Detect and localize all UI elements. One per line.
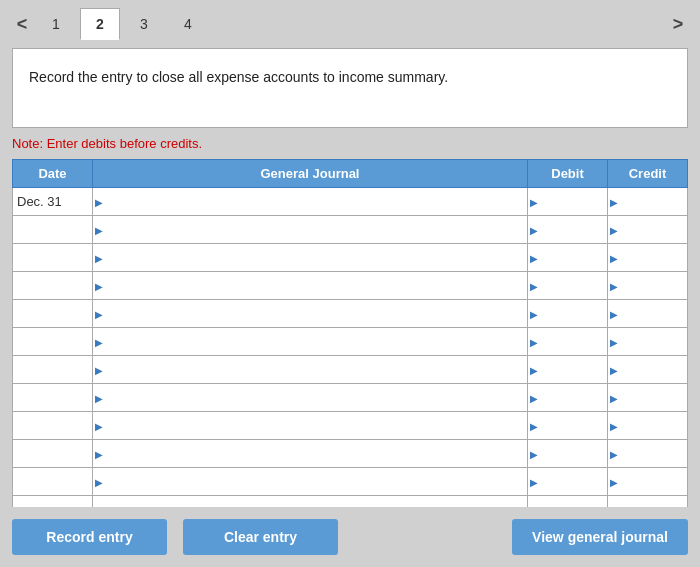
journal-cell-1[interactable] — [93, 188, 528, 216]
credit-cell[interactable] — [608, 384, 688, 412]
credit-input[interactable] — [612, 334, 683, 349]
debit-cell[interactable] — [528, 328, 608, 356]
table-row — [13, 328, 688, 356]
credit-input[interactable] — [612, 446, 683, 461]
journal-cell[interactable] — [93, 356, 528, 384]
table-row — [13, 412, 688, 440]
debit-input-1[interactable] — [532, 194, 603, 209]
debit-input[interactable] — [532, 474, 603, 489]
credit-cell[interactable] — [608, 272, 688, 300]
journal-cell[interactable] — [93, 272, 528, 300]
credit-cell[interactable] — [608, 412, 688, 440]
tab-2[interactable]: 2 — [80, 8, 120, 40]
date-cell — [13, 272, 93, 300]
table-row — [13, 468, 688, 496]
debit-cell[interactable] — [528, 468, 608, 496]
date-cell — [13, 356, 93, 384]
journal-cell[interactable] — [93, 328, 528, 356]
debit-cell[interactable] — [528, 356, 608, 384]
date-cell — [13, 328, 93, 356]
credit-input[interactable] — [612, 390, 683, 405]
table-row — [13, 440, 688, 468]
journal-input[interactable] — [97, 446, 523, 461]
journal-cell[interactable] — [93, 412, 528, 440]
credit-input[interactable] — [612, 418, 683, 433]
journal-input[interactable] — [97, 390, 523, 405]
debit-cell[interactable] — [528, 412, 608, 440]
debit-input[interactable] — [532, 446, 603, 461]
view-general-journal-button[interactable]: View general journal — [512, 519, 688, 555]
journal-input[interactable] — [97, 334, 523, 349]
journal-input[interactable] — [97, 306, 523, 321]
credit-cell[interactable] — [608, 468, 688, 496]
journal-cell[interactable] — [93, 244, 528, 272]
credit-cell[interactable] — [608, 300, 688, 328]
debit-input[interactable] — [532, 278, 603, 293]
tab-3[interactable]: 3 — [124, 8, 164, 40]
date-cell — [13, 244, 93, 272]
table-row — [13, 356, 688, 384]
credit-cell[interactable] — [608, 216, 688, 244]
debit-cell[interactable] — [528, 244, 608, 272]
date-cell — [13, 216, 93, 244]
debit-cell[interactable] — [528, 440, 608, 468]
date-cell — [13, 412, 93, 440]
credit-cell-1[interactable] — [608, 188, 688, 216]
instruction-box: Record the entry to close all expense ac… — [12, 48, 688, 128]
journal-input[interactable] — [97, 222, 523, 237]
table-row — [13, 300, 688, 328]
record-entry-button[interactable]: Record entry — [12, 519, 167, 555]
debit-input[interactable] — [532, 390, 603, 405]
date-cell — [13, 384, 93, 412]
date-cell — [13, 468, 93, 496]
instruction-text: Record the entry to close all expense ac… — [29, 69, 448, 85]
debit-input[interactable] — [532, 418, 603, 433]
journal-cell[interactable] — [93, 216, 528, 244]
debit-cell[interactable] — [528, 300, 608, 328]
credit-input[interactable] — [612, 250, 683, 265]
debit-cell-1[interactable] — [528, 188, 608, 216]
credit-cell[interactable] — [608, 356, 688, 384]
clear-entry-button[interactable]: Clear entry — [183, 519, 338, 555]
journal-cell[interactable] — [93, 440, 528, 468]
debit-input[interactable] — [532, 334, 603, 349]
tab-1[interactable]: 1 — [36, 8, 76, 40]
credit-cell[interactable] — [608, 328, 688, 356]
col-header-journal: General Journal — [93, 160, 528, 188]
debit-cell[interactable] — [528, 216, 608, 244]
debit-input[interactable] — [532, 306, 603, 321]
debit-input[interactable] — [532, 250, 603, 265]
debit-input[interactable] — [532, 362, 603, 377]
credit-input-1[interactable] — [612, 194, 683, 209]
debit-cell[interactable] — [528, 384, 608, 412]
journal-input-1[interactable] — [97, 194, 523, 209]
date-cell — [13, 300, 93, 328]
tab-navigation: < 1 2 3 4 > — [0, 0, 700, 48]
date-cell — [13, 440, 93, 468]
journal-input[interactable] — [97, 474, 523, 489]
tab-4[interactable]: 4 — [168, 8, 208, 40]
credit-cell[interactable] — [608, 244, 688, 272]
credit-input[interactable] — [612, 222, 683, 237]
prev-arrow[interactable]: < — [10, 9, 34, 39]
note-text: Note: Enter debits before credits. — [12, 136, 688, 151]
journal-input[interactable] — [97, 250, 523, 265]
credit-cell[interactable] — [608, 440, 688, 468]
journal-cell[interactable] — [93, 384, 528, 412]
credit-input[interactable] — [612, 362, 683, 377]
credit-input[interactable] — [612, 474, 683, 489]
next-arrow[interactable]: > — [666, 9, 690, 39]
journal-cell[interactable] — [93, 300, 528, 328]
debit-input[interactable] — [532, 222, 603, 237]
journal-input[interactable] — [97, 418, 523, 433]
table-row — [13, 244, 688, 272]
credit-input[interactable] — [612, 278, 683, 293]
journal-input[interactable] — [97, 278, 523, 293]
journal-input[interactable] — [97, 362, 523, 377]
debit-cell[interactable] — [528, 272, 608, 300]
main-content: Record the entry to close all expense ac… — [12, 48, 688, 524]
credit-input[interactable] — [612, 306, 683, 321]
table-row — [13, 384, 688, 412]
col-header-debit: Debit — [528, 160, 608, 188]
journal-cell[interactable] — [93, 468, 528, 496]
